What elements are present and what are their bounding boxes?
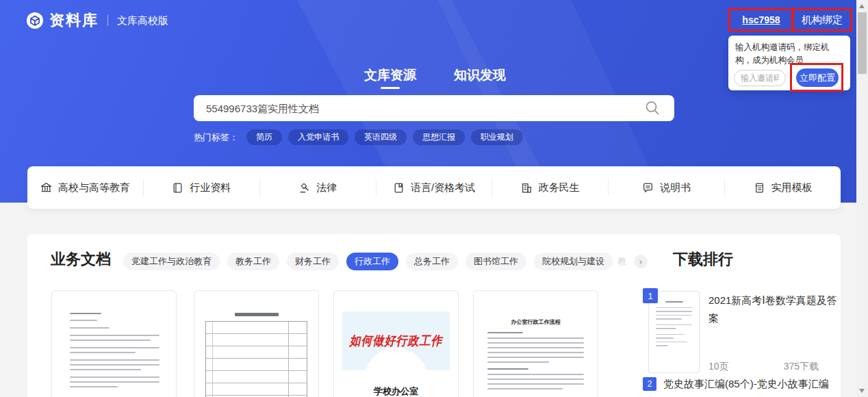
university-icon: [40, 182, 52, 194]
search-icon[interactable]: [643, 99, 661, 117]
category-bar: 高校与高等教育 行业资料 法律 语言/资格考试: [27, 166, 841, 209]
bind-org-button[interactable]: 机构绑定: [794, 10, 850, 30]
category-higher-education[interactable]: 高校与高等教育: [27, 166, 143, 209]
cube-logo-icon: [26, 12, 44, 29]
book-icon: [172, 182, 183, 194]
category-language-exams[interactable]: 语言/资格考试: [376, 166, 492, 209]
category-industry-materials[interactable]: 行业资料: [144, 166, 259, 209]
invite-code-input[interactable]: [734, 70, 786, 86]
manual-bubble-icon: [642, 182, 654, 194]
filter-overflow-hint: 教: [617, 255, 626, 268]
hot-tag-career-planning[interactable]: 职业规划: [471, 129, 523, 145]
filter-general-affairs[interactable]: 总务工作: [406, 253, 458, 270]
category-label: 说明书: [660, 181, 691, 194]
category-practical-templates[interactable]: 实用模板: [725, 166, 841, 209]
category-government-civic[interactable]: 政务民生: [492, 166, 608, 209]
hot-tag-party-application[interactable]: 入党申请书: [288, 129, 348, 145]
doc3-headline: 如何做好行政工作: [350, 333, 443, 349]
tab-knowledge-discovery[interactable]: 知识发现: [454, 66, 506, 84]
category-label: 政务民生: [539, 181, 580, 194]
gavel-icon: [298, 182, 310, 194]
rank-badge-1: 1: [643, 288, 658, 303]
filter-administrative-work[interactable]: 行政工作: [346, 253, 398, 270]
rank-1-download-count: 375下载: [753, 361, 819, 373]
configure-now-button[interactable]: 立即配置: [796, 68, 839, 87]
category-label: 行业资料: [190, 181, 231, 194]
hot-tag-resume[interactable]: 简历: [246, 129, 282, 145]
doc3-subline: 学校办公室: [334, 385, 458, 397]
doc-thumbnail-content: 如何做好行政工作 学校办公室: [334, 311, 458, 397]
download-ranking-title: 下载排行: [673, 249, 733, 270]
doc-card-4[interactable]: 办公室行政工作流程: [473, 290, 598, 397]
category-label: 法律: [316, 181, 337, 194]
active-tab-underline: [381, 87, 400, 89]
page-scrollbar[interactable]: [856, 0, 868, 397]
doc-thumbnail-content: [194, 291, 318, 397]
scrollbar-up-arrow-icon[interactable]: [859, 4, 865, 8]
edition-label: 文库高校版: [117, 14, 168, 27]
filter-academic-affairs[interactable]: 教务工作: [227, 253, 279, 270]
business-docs-title: 业务文档: [51, 249, 111, 270]
scrollbar-down-arrow-icon[interactable]: [859, 389, 865, 393]
rank-1-title[interactable]: 2021新高考Ⅰ卷数学真题及答案: [709, 292, 844, 326]
doc-card-1[interactable]: [51, 290, 177, 397]
doc4-headline: 办公室行政工作流程: [487, 318, 584, 326]
filter-library-work[interactable]: 图书馆工作: [465, 253, 526, 270]
category-label: 实用模板: [771, 181, 813, 194]
exam-book-icon: [393, 182, 405, 194]
hot-tags-label: 热门标签：: [194, 131, 238, 144]
filter-finance-work[interactable]: 财务工作: [287, 253, 339, 270]
bind-panel-message: 输入机构邀请码，绑定机构，成为机构会员: [735, 41, 843, 68]
doc-thumbnail-content: 办公室行政工作流程: [474, 291, 598, 389]
filter-campus-planning[interactable]: 院校规划与建设: [534, 253, 613, 270]
logo-divider: [107, 15, 108, 26]
rank-badge-2: 2: [643, 377, 656, 391]
category-manuals[interactable]: 说明书: [609, 166, 724, 209]
template-doc-icon: [754, 182, 765, 194]
rank-1-page-count: 10页: [709, 361, 729, 373]
category-label: 语言/资格考试: [411, 181, 475, 194]
doc-card-2[interactable]: [194, 290, 319, 397]
building-icon: [521, 182, 533, 194]
page: 资料库 文库高校版 hsc7958 机构绑定 输入机构邀请码，绑定机构，成为机构…: [0, 0, 868, 397]
search-input[interactable]: [194, 95, 674, 121]
filter-more-arrow-button[interactable]: ›: [634, 255, 648, 268]
hot-tag-cet4[interactable]: 英语四级: [355, 129, 407, 145]
hot-tags-row: 热门标签： 简历 入党申请书 英语四级 思想汇报 职业规划: [194, 129, 523, 145]
rank-1-thumbnail[interactable]: [648, 291, 700, 373]
business-filter-row: 党建工作与政治教育 教务工作 财务工作 行政工作 总务工作 图书馆工作 院校规划…: [123, 253, 648, 270]
search-box: [194, 95, 674, 121]
filter-party-building[interactable]: 党建工作与政治教育: [123, 253, 220, 270]
brand-name: 资料库: [49, 10, 99, 31]
hot-tag-thought-report[interactable]: 思想汇报: [413, 129, 465, 145]
tab-library-resources[interactable]: 文库资源: [364, 66, 416, 84]
scrollbar-thumb[interactable]: [858, 12, 867, 74]
doc-card-3[interactable]: 如何做好行政工作 学校办公室: [333, 290, 459, 397]
doc-thumbnail-content: [52, 291, 176, 387]
category-label: 高校与高等教育: [58, 181, 130, 194]
rank-2-title[interactable]: 党史故事汇编(85个)-党史小故事汇编: [663, 378, 845, 391]
username-link[interactable]: hsc7958: [731, 10, 791, 30]
logo[interactable]: 资料库 文库高校版: [26, 10, 168, 31]
category-law[interactable]: 法律: [260, 166, 376, 209]
